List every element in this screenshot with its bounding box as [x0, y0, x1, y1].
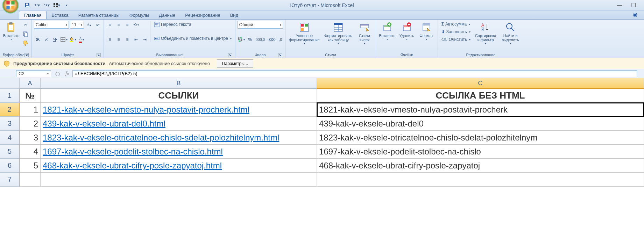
- tab-review[interactable]: Рецензирование: [180, 11, 225, 19]
- cell-styles-button[interactable]: Стили ячеек▾: [355, 21, 374, 46]
- align-bottom-icon[interactable]: ≡: [123, 21, 131, 29]
- insert-cells-button[interactable]: Вставить▾: [378, 21, 396, 42]
- formula-bar: C2▾ ◯ fx: [0, 69, 644, 78]
- cell-A1[interactable]: №: [20, 89, 41, 103]
- cut-icon[interactable]: ✂: [22, 21, 29, 29]
- tab-view[interactable]: Вид: [225, 11, 243, 19]
- conditional-formatting-button[interactable]: Условное форматирование▾: [288, 21, 321, 46]
- font-launcher[interactable]: ⬊: [97, 53, 101, 57]
- align-left-icon[interactable]: ≡: [106, 36, 114, 43]
- increase-indent-icon[interactable]: ⇥: [141, 36, 149, 43]
- qat-customize-icon[interactable]: ▾: [63, 2, 70, 9]
- cell-B2[interactable]: 1821-kak-v-eksele-vmesto-nulya-postavit-…: [41, 103, 317, 117]
- sort-filter-button[interactable]: АЯ Сортировка и фильтр▾: [473, 21, 498, 46]
- cell-C7[interactable]: [317, 173, 644, 187]
- undo-icon[interactable]: ↶▾: [34, 2, 41, 9]
- cell-B7[interactable]: [41, 173, 317, 187]
- formula-input[interactable]: [72, 70, 637, 77]
- copy-icon[interactable]: [22, 30, 29, 38]
- cell-A3[interactable]: 2: [20, 117, 41, 131]
- wrap-text-button[interactable]: Перенос текста: [153, 21, 233, 28]
- col-header-B[interactable]: B: [41, 78, 317, 89]
- name-box[interactable]: C2▾: [16, 70, 51, 77]
- tab-home[interactable]: Главная: [19, 11, 47, 19]
- row-header-6[interactable]: 6: [0, 159, 20, 173]
- cell-B3[interactable]: 439-kak-v-eksele-ubrat-del0.html: [41, 117, 317, 131]
- decrease-font-icon[interactable]: A▾: [94, 21, 101, 29]
- maximize-button[interactable]: ☐: [630, 2, 637, 9]
- font-name-combo[interactable]: Calibri▾: [34, 21, 69, 29]
- format-cells-button[interactable]: Формат▾: [417, 21, 436, 42]
- help-icon[interactable]: ◉: [633, 11, 638, 19]
- italic-icon[interactable]: К: [43, 36, 50, 43]
- format-painter-icon[interactable]: [22, 39, 29, 47]
- security-options-button[interactable]: Параметры...: [217, 59, 253, 68]
- increase-font-icon[interactable]: A▴: [85, 21, 93, 29]
- fb-circle-icon[interactable]: ◯: [55, 71, 60, 76]
- align-right-icon[interactable]: ≡: [123, 36, 131, 43]
- row-header-4[interactable]: 4: [0, 131, 20, 145]
- row-header-1[interactable]: 1: [0, 89, 20, 103]
- decrease-indent-icon[interactable]: ⇤: [132, 36, 140, 43]
- comma-icon[interactable]: 000: [255, 36, 263, 43]
- select-all-corner[interactable]: [0, 78, 20, 89]
- cell-A6[interactable]: 5: [20, 159, 41, 173]
- cell-A7[interactable]: [20, 173, 41, 187]
- qat-grid-icon[interactable]: ▾: [53, 2, 60, 9]
- col-header-C[interactable]: C: [317, 78, 644, 89]
- tab-formulas[interactable]: Формулы: [125, 11, 154, 19]
- tab-insert[interactable]: Вставка: [47, 11, 73, 19]
- find-select-button[interactable]: Найти и выделить▾: [499, 21, 522, 46]
- cell-B6[interactable]: 468-kak-v-eksele-ubrat-cifry-posle-zapya…: [41, 159, 317, 173]
- cell-C4[interactable]: 1823-kak-v-eksele-otricatelnoe-chislo-sd…: [317, 131, 644, 145]
- format-as-table-button[interactable]: Форматировать как таблицу▾: [323, 21, 354, 46]
- clipboard-launcher[interactable]: ⬊: [24, 53, 29, 57]
- font-size-combo[interactable]: 11▾: [70, 21, 84, 29]
- align-middle-icon[interactable]: ≡: [115, 21, 122, 29]
- alignment-launcher[interactable]: ⬊: [228, 53, 232, 57]
- number-format-combo[interactable]: Общий▾: [238, 21, 283, 29]
- decrease-decimal-icon[interactable]: ,00→,0: [273, 36, 280, 43]
- fill-button[interactable]: ⬇ Заполнить: [440, 29, 472, 35]
- col-header-A[interactable]: A: [20, 78, 41, 89]
- orientation-icon[interactable]: ⟲: [132, 21, 140, 29]
- row-header-3[interactable]: 3: [0, 117, 20, 131]
- delete-cells-button[interactable]: Удалить▾: [398, 21, 416, 42]
- bold-icon[interactable]: Ж: [34, 36, 42, 43]
- font-color-icon[interactable]: A: [78, 36, 85, 43]
- fx-icon[interactable]: fx: [62, 71, 72, 77]
- paste-button[interactable]: Вставить▾: [2, 21, 20, 42]
- row-header-7[interactable]: 7: [0, 173, 20, 187]
- row-header-5[interactable]: 5: [0, 145, 20, 159]
- row-header-2[interactable]: 2: [0, 103, 20, 117]
- redo-icon[interactable]: ↷▾: [43, 2, 50, 9]
- fill-color-icon[interactable]: [69, 36, 77, 43]
- cell-A2[interactable]: 1: [20, 103, 41, 117]
- cell-A5[interactable]: 4: [20, 145, 41, 159]
- cell-C2[interactable]: 1821-kak-v-eksele-vmesto-nulya-postavit-…: [317, 103, 644, 117]
- underline-icon[interactable]: Ч▾: [51, 36, 59, 43]
- increase-decimal-icon[interactable]: ,0→,00: [264, 36, 271, 43]
- clear-button[interactable]: ⌫ Очистить: [440, 36, 472, 43]
- borders-icon[interactable]: [60, 36, 68, 43]
- cell-C6[interactable]: 468-kak-v-eksele-ubrat-cifry-posle-zapya…: [317, 159, 644, 173]
- tab-page-layout[interactable]: Разметка страницы: [73, 11, 125, 19]
- minimize-button[interactable]: —: [616, 2, 623, 9]
- cell-C5[interactable]: 1697-kak-v-eksele-podelit-stolbec-na-chi…: [317, 145, 644, 159]
- number-launcher[interactable]: ⬊: [278, 53, 282, 57]
- merge-center-button[interactable]: Объединить и поместить в центре: [153, 35, 233, 42]
- cell-B1[interactable]: ССЫЛКИ: [41, 89, 317, 103]
- cell-C1[interactable]: ССЫЛКА БЕЗ HTML: [317, 89, 644, 103]
- cell-B4[interactable]: 1823-kak-v-eksele-otricatelnoe-chislo-sd…: [41, 131, 317, 145]
- cell-A4[interactable]: 3: [20, 131, 41, 145]
- cell-B5[interactable]: 1697-kak-v-eksele-podelit-stolbec-na-chi…: [41, 145, 317, 159]
- group-alignment: ≡ ≡ ≡ ⟲ ≡ ≡ ≡ ⇤ ⇥ Перенос текста Объедин…: [104, 20, 235, 58]
- percent-icon[interactable]: %: [246, 36, 254, 43]
- accounting-format-icon[interactable]: 💱: [238, 36, 245, 43]
- tab-data[interactable]: Данные: [154, 11, 180, 19]
- align-top-icon[interactable]: ≡: [106, 21, 114, 29]
- autosum-button[interactable]: Σ Автосумма: [440, 21, 472, 27]
- align-center-icon[interactable]: ≡: [115, 36, 122, 43]
- cell-C3[interactable]: 439-kak-v-eksele-ubrat-del0: [317, 117, 644, 131]
- save-icon[interactable]: [24, 2, 31, 9]
